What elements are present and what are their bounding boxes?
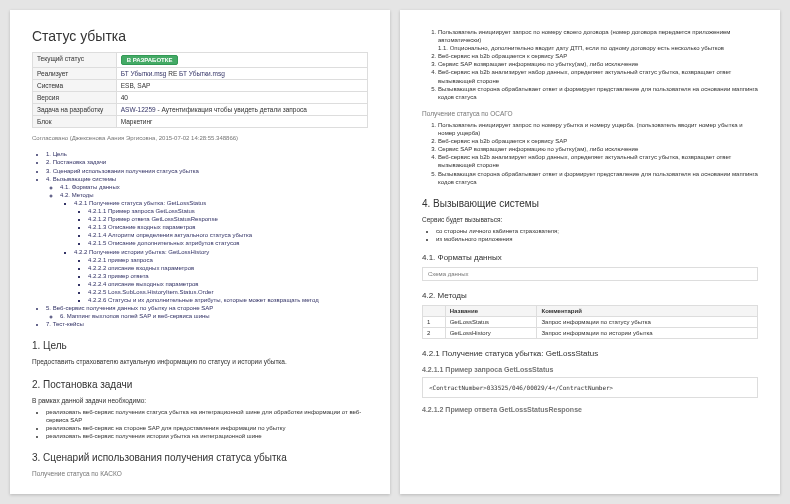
toc-link[interactable]: 4.2.1.4 Алгоритм определения актуального… — [88, 232, 252, 238]
th: Название — [445, 305, 537, 316]
list-item: реализовать веб-сервис на стороне SAP дл… — [46, 424, 368, 432]
section-heading: 4.2.1.1 Пример запроса GetLossStatus — [422, 366, 758, 373]
th — [423, 305, 446, 316]
status-badge: В РАЗРАБОТКЕ — [121, 55, 179, 65]
table-row: 1GetLossStatusЗапрос информации по стату… — [423, 316, 758, 327]
list-item: из мобильного приложения — [436, 235, 758, 243]
toc-link[interactable]: 4.2.1.3 Описание входных параметров — [88, 224, 196, 230]
issue-link[interactable]: ASW-12259 — [121, 106, 156, 113]
list-item: Вызывающая сторона обрабатывает ответ и … — [438, 170, 758, 186]
toc-link[interactable]: 2. Постановка задачи — [46, 159, 106, 165]
body-text: Получение статуса по КАСКО — [32, 469, 368, 478]
toc-link[interactable]: 4.2.2.2 описание входных параметров — [88, 265, 194, 271]
issue-desc: - Аутентификация чтобы увидеть детали за… — [156, 106, 307, 113]
list-item: Веб-сервис на b2b обращается к сервису S… — [438, 52, 758, 60]
meta-key: Текущий статус — [33, 53, 117, 68]
toc-link[interactable]: 4.2.1 Получение статуса убытка: GetLossS… — [74, 200, 206, 206]
list-item: со стороны личного кабинета страхователя… — [436, 227, 758, 235]
page-2: Пользователь инициирует запрос по номеру… — [400, 10, 780, 494]
toc-link[interactable]: 4.2. Методы — [60, 192, 94, 198]
sub-heading: Получение статуса по ОСАГО — [422, 109, 758, 118]
list-item: реализовать веб-сервис получения статуса… — [46, 408, 368, 424]
body-text: Предоставить страхователю актуальную инф… — [32, 357, 368, 366]
toc-link[interactable]: 3. Сценарий использования получения стат… — [46, 168, 199, 174]
approval-stamp: Согласовано (Джексенова Аания Эргисовна,… — [32, 134, 368, 142]
toc-link[interactable]: 4.2.2.1 пример запроса — [88, 257, 153, 263]
methods-table: НазваниеКомментарий 1GetLossStatusЗапрос… — [422, 305, 758, 339]
steps-osago: Пользователь инициирует запрос по номеру… — [422, 121, 758, 186]
page-1: Статус убытка Текущий статусВ РАЗРАБОТКЕ… — [10, 10, 390, 494]
th: Комментарий — [537, 305, 758, 316]
toc-link[interactable]: 4.2.2.3 пример ответа — [88, 273, 149, 279]
section-heading: 4.2.1 Получение статуса убытка: GetLossS… — [422, 349, 758, 358]
toc-link[interactable]: 4.2.2 Получение истории убытка: GetLossH… — [74, 249, 209, 255]
meta-val: В РАЗРАБОТКЕ — [116, 53, 367, 68]
toc-link[interactable]: 7. Тест-кейсы — [46, 321, 84, 327]
meta-val: БТ Убытки.msg RE БТ Убытки.msg — [116, 68, 367, 80]
schema-box[interactable]: Схема данных — [422, 267, 758, 281]
toc-link[interactable]: 4.2.1.2 Пример ответа GetLossStatusRespo… — [88, 216, 218, 222]
list-item: Сервис SAP возвращает информацию по убыт… — [438, 60, 758, 68]
body-text: В рамках данной задачи необходимо: — [32, 396, 368, 405]
list-item: Пользователь инициирует запрос по номеру… — [438, 121, 758, 137]
bullet-list: реализовать веб-сервис получения статуса… — [32, 408, 368, 440]
body-text: Сервис будет вызываться: — [422, 215, 758, 224]
section-heading: 4.2. Методы — [422, 291, 758, 300]
toc-link[interactable]: 1. Цель — [46, 151, 67, 157]
sep: RE — [166, 70, 179, 77]
list-item: Веб-сервис на b2b анализирует набор данн… — [438, 68, 758, 84]
section-heading: 1. Цель — [32, 340, 368, 351]
list-item: Веб-сервис на b2b обращается к сервису S… — [438, 137, 758, 145]
list-item: реализовать веб-сервис получения истории… — [46, 432, 368, 440]
code-sample: <ContractNumber>033525/046/00029/4</Cont… — [422, 377, 758, 398]
section-heading: 3. Сценарий использования получения стат… — [32, 452, 368, 463]
meta-val: ESB, SAP — [116, 80, 367, 92]
meta-val: Маркетинг — [116, 116, 367, 128]
toc-link[interactable]: 4.2.2.6 Статусы и их дополнительные атри… — [88, 297, 319, 303]
list-item: Веб-сервис на b2b анализирует набор данн… — [438, 153, 758, 169]
meta-val: ASW-12259 - Аутентификация чтобы увидеть… — [116, 104, 367, 116]
toc-link[interactable]: 4.1. Форматы данных — [60, 184, 120, 190]
meta-key: Версия — [33, 92, 117, 104]
table-row: 2GetLossHistoryЗапрос информации по исто… — [423, 327, 758, 338]
bullet-list: со стороны личного кабинета страхователя… — [422, 227, 758, 243]
list-item: Сервис SAP возвращает информацию по убыт… — [438, 145, 758, 153]
meta-key: Реализует — [33, 68, 117, 80]
meta-key: Блок — [33, 116, 117, 128]
toc-link[interactable]: 6. Маппинг выхлопов полей SAP и веб-серв… — [60, 313, 210, 319]
meta-table: Текущий статусВ РАЗРАБОТКЕ РеализуетБТ У… — [32, 52, 368, 128]
list-item: Пользователь инициирует запрос по номеру… — [438, 28, 758, 52]
section-heading: 4. Вызывающие системы — [422, 198, 758, 209]
toc: 1. Цель 2. Постановка задачи 3. Сценарий… — [32, 150, 368, 328]
toc-link[interactable]: 4.2.2.5 Loss.SubLoss.HistoryItem.Status.… — [88, 289, 213, 295]
section-heading: 2. Постановка задачи — [32, 379, 368, 390]
toc-link[interactable]: 4.2.1.5 Описание дополнительных атрибуто… — [88, 240, 240, 246]
file-link[interactable]: БТ Убытки.msg — [121, 70, 167, 77]
toc-link[interactable]: 4.2.2.4 описание выходных параметров — [88, 281, 199, 287]
section-heading: 4.1. Форматы данных — [422, 253, 758, 262]
section-heading: 4.2.1.2 Пример ответа GetLossStatusRespo… — [422, 406, 758, 413]
steps-kasko: Пользователь инициирует запрос по номеру… — [422, 28, 758, 101]
meta-val: 40 — [116, 92, 367, 104]
page-title: Статус убытка — [32, 28, 368, 44]
file-link[interactable]: БТ Убытки.msg — [179, 70, 225, 77]
list-item: Вызывающая сторона обрабатывает ответ и … — [438, 85, 758, 101]
toc-link[interactable]: 4.2.1.1 Пример запроса GetLossStatus — [88, 208, 195, 214]
toc-link[interactable]: 5. Веб-сервис получения данных по убытку… — [46, 305, 213, 311]
meta-key: Система — [33, 80, 117, 92]
toc-link[interactable]: 4. Вызывающие системы — [46, 176, 116, 182]
meta-key: Задача на разработку — [33, 104, 117, 116]
